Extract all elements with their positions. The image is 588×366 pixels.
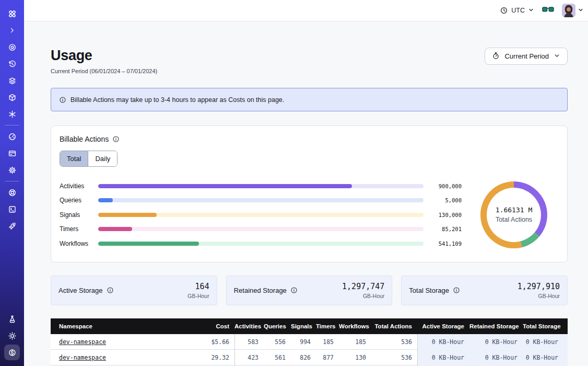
sidebar-item-namespaces[interactable] <box>0 39 24 55</box>
column-header-total-storage: Total Storage <box>523 323 568 329</box>
column-header-workflows: Workflows <box>339 323 371 329</box>
bar-value: 900,000 <box>431 183 462 189</box>
deployments-icon <box>8 76 17 85</box>
nexus-cube-icon <box>8 93 17 102</box>
sidebar-item-billing-card[interactable] <box>0 145 24 162</box>
current-period-dropdown[interactable]: Current Period <box>485 48 568 65</box>
sidebar-divider <box>5 181 19 181</box>
page-subtitle: Current Period (06/01/2024 – 07/01/2024) <box>51 68 157 74</box>
recent-history-icon <box>8 60 17 68</box>
sidebar-item-settings-gear[interactable] <box>0 162 24 178</box>
bar-row-timers: Timers85,201 <box>60 222 462 237</box>
bar-row-activities: Activities900,000 <box>60 179 462 193</box>
sidebar-item-theme-sun[interactable] <box>0 327 24 344</box>
storage-card-retained-storage: Retained Storage1,297,747GB-Hour <box>226 276 393 305</box>
cell-timers: 877 <box>316 354 339 361</box>
timezone-label: UTC <box>511 7 525 14</box>
current-period-label: Current Period <box>504 52 549 60</box>
bar-track <box>98 242 424 246</box>
avatar <box>562 4 575 17</box>
total-actions-value: 1.66131 M <box>496 206 532 214</box>
cell-total-storage: 0 KB-Hour <box>523 334 568 350</box>
sidebar-item-nexus-cube[interactable] <box>0 89 24 106</box>
cell-timers: 185 <box>316 338 339 346</box>
bar-track <box>98 198 424 202</box>
cell-namespace: dev-namespace <box>51 354 189 361</box>
table-row: dev-namespace$5.665835569941851855360 KB… <box>51 334 568 350</box>
table-header-row: NamespaceCostActivitiesQueriesSignalsTim… <box>51 318 568 334</box>
info-icon[interactable] <box>290 287 298 294</box>
storage-card-value: 1,297,747 <box>342 282 384 291</box>
sidebar <box>0 0 24 366</box>
chevron-down-icon <box>578 6 584 15</box>
feedback-glasses-icon[interactable] <box>542 5 554 16</box>
docs-terminal-icon <box>8 205 17 214</box>
cell-total-actions: 536 <box>371 338 417 346</box>
total-actions-label: Total Actions <box>496 216 532 223</box>
column-header-queries: Queries <box>264 323 291 329</box>
bar-row-workflows: Workflows541,109 <box>60 236 462 251</box>
sidebar-item-temporal-logo[interactable] <box>0 5 24 22</box>
expand-sidebar-icon <box>8 27 16 34</box>
billable-actions-title: Billable Actions <box>60 135 109 143</box>
tab-daily[interactable]: Daily <box>88 151 117 166</box>
timezone-selector[interactable]: UTC <box>500 6 534 15</box>
sidebar-divider <box>5 125 19 125</box>
clock-icon <box>500 6 508 15</box>
info-icon[interactable] <box>112 135 120 143</box>
column-header-namespace: Namespace <box>51 323 189 329</box>
bar-fill <box>98 198 113 202</box>
sidebar-item-labs-flask[interactable] <box>0 311 24 327</box>
getting-started-rocket-icon <box>8 222 17 231</box>
sidebar-item-pricing-dollar[interactable] <box>0 344 24 361</box>
cell-active-storage: 0 KB-Hour <box>417 334 469 350</box>
storage-card-value: 1,297,910 <box>518 282 560 291</box>
cell-active-storage: 0 KB-Hour <box>417 350 469 365</box>
cell-cost: 29.32 <box>189 354 234 361</box>
cell-cost: $5.66 <box>189 338 234 346</box>
cell-workflows: 130 <box>339 354 371 361</box>
info-banner-text: Billable Actions may take up to 3-4 hour… <box>70 96 284 104</box>
sidebar-item-getting-started-rocket[interactable] <box>0 218 24 234</box>
sidebar-item-support-lifebuoy[interactable] <box>0 184 24 201</box>
bar-label: Queries <box>60 197 98 204</box>
info-icon[interactable] <box>453 287 460 294</box>
cell-retained-storage: 0 KB-Hour <box>469 350 523 365</box>
cell-total-storage: 0 KB-Hour <box>523 350 568 365</box>
bar-track <box>98 184 424 188</box>
namespace-link[interactable]: dev-namespace <box>59 354 106 361</box>
info-icon[interactable] <box>107 287 114 294</box>
cell-signals: 994 <box>291 338 316 346</box>
sidebar-item-deployments[interactable] <box>0 72 24 89</box>
namespace-link[interactable]: dev-namespace <box>59 338 106 346</box>
bar-label: Activities <box>60 182 98 190</box>
bar-label: Signals <box>60 211 98 219</box>
tab-total[interactable]: Total <box>60 151 88 166</box>
column-header-activities: Activities <box>234 323 264 329</box>
billing-card-icon <box>8 149 17 158</box>
user-menu[interactable] <box>562 4 584 17</box>
column-header-cost: Cost <box>189 323 234 329</box>
bar-fill <box>98 242 199 246</box>
sidebar-item-expand-sidebar[interactable] <box>0 22 24 39</box>
bar-row-signals: Signals130,000 <box>60 208 462 222</box>
sidebar-item-usage-gauge[interactable] <box>0 128 24 145</box>
chevron-down-icon <box>528 7 534 15</box>
billable-actions-tabs: TotalDaily <box>60 151 117 167</box>
bar-track <box>98 213 424 217</box>
page-title: Usage <box>51 48 157 64</box>
column-header-signals: Signals <box>291 323 316 329</box>
cell-queries: 561 <box>264 354 291 361</box>
support-lifebuoy-icon <box>8 188 17 197</box>
storage-card-value: 164 <box>187 282 209 291</box>
cell-namespace: dev-namespace <box>51 338 189 346</box>
sidebar-item-batch-operations[interactable] <box>0 106 24 122</box>
settings-gear-icon <box>8 166 17 175</box>
usage-page: Usage Current Period (06/01/2024 – 07/01… <box>24 21 588 366</box>
sidebar-item-docs-terminal[interactable] <box>0 201 24 218</box>
storage-card-unit: GB-Hour <box>187 293 209 299</box>
cell-activities: 583 <box>234 334 264 350</box>
cell-total-actions: 536 <box>371 354 417 361</box>
cell-activities: 423 <box>234 350 264 365</box>
sidebar-item-recent-history[interactable] <box>0 55 24 72</box>
